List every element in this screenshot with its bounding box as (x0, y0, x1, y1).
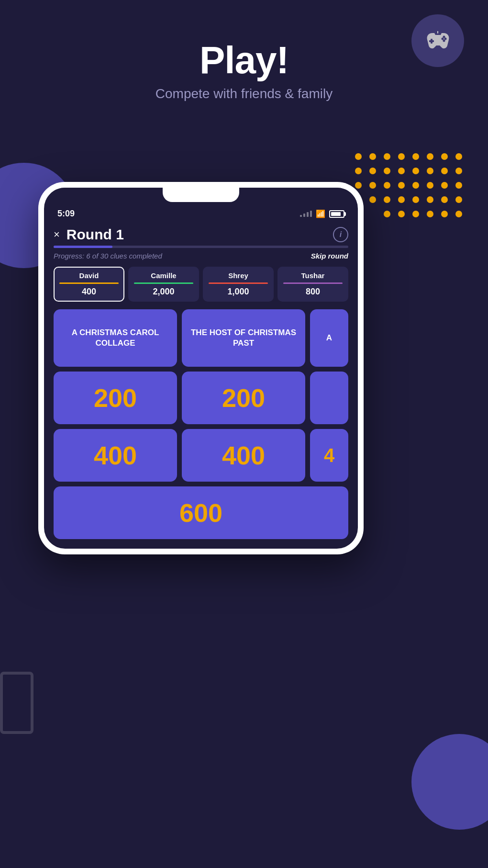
category-card-1[interactable]: A CHRISTMAS CAROL COLLAGE (54, 309, 177, 367)
value-card-200-1[interactable]: 200 (54, 372, 177, 424)
value-card-600-1[interactable]: 600 (54, 486, 348, 539)
value-text-400-1: 400 (94, 440, 137, 470)
bg-circle-bottom-right (411, 734, 488, 830)
player-color-tushar (283, 282, 343, 284)
value-text-200-1: 200 (94, 383, 137, 413)
player-color-david (59, 282, 119, 284)
category-text-1: A CHRISTMAS CAROL COLLAGE (59, 327, 171, 349)
status-icons: 📶 (300, 209, 344, 218)
value-card-200-2[interactable]: 200 (182, 372, 305, 424)
status-time: 5:09 (57, 209, 75, 219)
value-text-600-1: 600 (179, 498, 222, 528)
progress-text: Progress: 6 of 30 clues completed (54, 252, 162, 260)
value-card-200-3[interactable] (310, 372, 348, 424)
value-text-200-2: 200 (222, 383, 265, 413)
svg-point-4 (443, 36, 445, 38)
value-card-400-3[interactable]: 4 (310, 429, 348, 482)
phone-screen: 5:09 📶 (44, 188, 358, 549)
players-row: David 400 Camille 2,000 Shrey 1,000 (54, 267, 348, 302)
player-name-camille: Camille (134, 271, 193, 280)
player-color-camille (134, 282, 193, 284)
signal-icon (300, 211, 312, 217)
phone-mockup: 5:09 📶 (38, 182, 364, 554)
round-header: × Round 1 i (54, 221, 348, 246)
skip-round-button[interactable]: Skip round (311, 252, 348, 260)
player-score-david: 400 (59, 287, 119, 297)
value-text-400-3: 4 (324, 445, 334, 466)
phone-container: 5:09 📶 (38, 182, 488, 554)
value-card-400-1[interactable]: 400 (54, 429, 177, 482)
progress-bar-track (54, 246, 348, 248)
player-name-david: David (59, 271, 119, 280)
round-left: × Round 1 (54, 226, 124, 243)
player-score-shrey: 1,000 (209, 287, 268, 297)
close-button[interactable]: × (54, 228, 60, 241)
player-card-camille[interactable]: Camille 2,000 (128, 267, 199, 302)
category-card-3[interactable]: A (310, 309, 348, 367)
battery-icon (329, 210, 344, 218)
player-color-shrey (209, 282, 268, 284)
category-card-2[interactable]: THE HOST OF CHRISTMAS PAST (182, 309, 305, 367)
values-row-600: 600 (54, 486, 348, 539)
player-card-shrey[interactable]: Shrey 1,000 (203, 267, 274, 302)
player-score-tushar: 800 (283, 287, 343, 297)
bg-square-left (0, 672, 33, 734)
value-text-400-2: 400 (222, 440, 265, 470)
player-name-shrey: Shrey (209, 271, 268, 280)
player-card-tushar[interactable]: Tushar 800 (277, 267, 348, 302)
player-score-camille: 2,000 (134, 287, 193, 297)
value-card-400-2[interactable]: 400 (182, 429, 305, 482)
notch-cutout (163, 188, 239, 202)
wifi-icon: 📶 (316, 209, 325, 218)
category-text-3: A (326, 333, 332, 343)
category-row: A CHRISTMAS CAROL COLLAGE THE HOST OF CH… (54, 309, 348, 367)
player-name-tushar: Tushar (283, 271, 343, 280)
values-row-400: 400 400 4 (54, 429, 348, 482)
info-button[interactable]: i (333, 227, 348, 242)
category-text-2: THE HOST OF CHRISTMAS PAST (188, 327, 299, 349)
progress-row: Progress: 6 of 30 clues completed Skip r… (54, 252, 348, 260)
round-title: Round 1 (67, 226, 124, 243)
game-grid: A CHRISTMAS CAROL COLLAGE THE HOST OF CH… (54, 309, 348, 539)
header-section: Play! Compete with friends & family (0, 38, 488, 101)
player-card-david[interactable]: David 400 (54, 267, 124, 302)
values-row-200: 200 200 (54, 372, 348, 424)
app-content: × Round 1 i Progress: 6 of 30 clues comp… (44, 221, 358, 549)
page-title: Play! (0, 38, 488, 82)
progress-bar-fill (54, 246, 112, 248)
phone-notch (44, 188, 358, 205)
status-bar: 5:09 📶 (44, 205, 358, 221)
page-subtitle: Compete with friends & family (0, 86, 488, 101)
